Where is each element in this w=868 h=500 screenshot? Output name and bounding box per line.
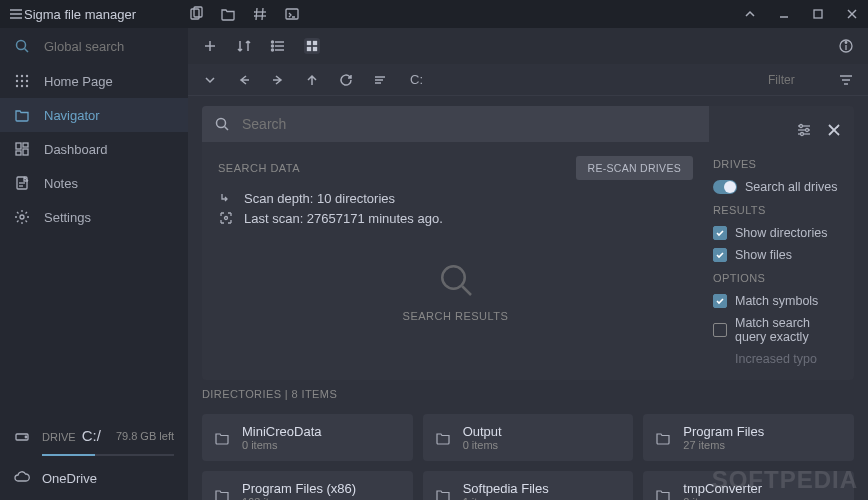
drives-section-title: DRIVES: [713, 158, 842, 170]
notes-icon: [14, 175, 30, 191]
list-view-icon[interactable]: [270, 38, 286, 54]
checkbox-show-files[interactable]: Show files: [713, 244, 842, 266]
search-overlay: SEARCH DATA RE-SCAN DRIVES Scan depth: 1…: [202, 106, 854, 380]
folder-icon: [435, 430, 451, 446]
directory-card[interactable]: Program Files27 items: [643, 414, 854, 461]
directory-card[interactable]: tmpConverter0 items: [643, 471, 854, 500]
directory-card[interactable]: Program Files (x86)163 items: [202, 471, 413, 500]
folder-icon: [435, 487, 451, 501]
close-overlay-icon[interactable]: [826, 122, 842, 138]
close-icon[interactable]: [844, 6, 860, 22]
search-results-title: SEARCH RESULTS: [218, 310, 693, 322]
option-increased-typo[interactable]: Increased typo: [713, 348, 842, 370]
sort-icon[interactable]: [236, 38, 252, 54]
depth-icon: [218, 190, 234, 206]
folder-icon: [14, 107, 30, 123]
directory-count: 27 items: [683, 439, 764, 451]
last-scan: Last scan: 27657171 minutes ago.: [244, 211, 443, 226]
filter-icon[interactable]: [838, 72, 854, 88]
svg-point-21: [26, 80, 28, 82]
rescan-button[interactable]: RE-SCAN DRIVES: [576, 156, 693, 180]
toggle-search-all-drives[interactable]: Search all drives: [713, 176, 842, 198]
checkbox-icon: [713, 226, 727, 240]
results-section-title: RESULTS: [713, 204, 842, 216]
chevron-up-icon[interactable]: [742, 6, 758, 22]
main-area: C: SEARCH DATA RE-SCAN DRIVES: [188, 28, 868, 500]
hash-icon[interactable]: [252, 6, 268, 22]
search-results-icon: [436, 260, 476, 300]
breadcrumb-path[interactable]: C:: [410, 72, 423, 87]
directory-card[interactable]: Output0 items: [423, 414, 634, 461]
checkbox-match-symbols[interactable]: Match symbols: [713, 290, 842, 312]
search-icon: [14, 38, 30, 54]
folder-icon[interactable]: [220, 6, 236, 22]
forward-icon[interactable]: [270, 72, 286, 88]
back-icon[interactable]: [236, 72, 252, 88]
drive-item-c[interactable]: DRIVE C:/ 79.8 GB left: [0, 421, 188, 450]
checkbox-match-exact[interactable]: Match search query exactly: [713, 312, 842, 348]
search-icon: [214, 116, 230, 132]
drive-usage-bar: [42, 454, 174, 456]
chevron-down-icon[interactable]: [202, 72, 218, 88]
svg-point-42: [272, 49, 274, 51]
tune-icon[interactable]: [796, 122, 812, 138]
svg-rect-44: [313, 41, 317, 45]
svg-point-40: [272, 41, 274, 43]
grid-view-icon[interactable]: [304, 38, 320, 54]
grid-icon: [14, 73, 30, 89]
refresh-icon[interactable]: [338, 72, 354, 88]
drive-free: 79.8 GB left: [116, 430, 174, 442]
overlay-search-input[interactable]: [242, 116, 697, 132]
svg-point-64: [800, 125, 803, 128]
up-icon[interactable]: [304, 72, 320, 88]
sidebar-item-home[interactable]: Home Page: [0, 64, 188, 98]
drive-name: OneDrive: [42, 471, 97, 486]
directory-name: Softpedia Files: [463, 481, 549, 496]
sidebar-item-label: Settings: [44, 210, 91, 225]
sidebar-item-settings[interactable]: Settings: [0, 200, 188, 234]
svg-point-59: [442, 266, 465, 289]
copy-icon[interactable]: [188, 6, 204, 22]
checkbox-icon: [713, 323, 727, 337]
sidebar-item-label: Notes: [44, 176, 78, 191]
svg-point-19: [16, 80, 18, 82]
sidebar-item-label: Home Page: [44, 74, 113, 89]
filter-input[interactable]: [768, 73, 828, 87]
svg-point-65: [806, 129, 809, 132]
svg-line-6: [262, 8, 263, 20]
search-data-title: SEARCH DATA: [218, 162, 300, 174]
dashboard-icon: [14, 141, 30, 157]
info-icon[interactable]: [838, 38, 854, 54]
directory-count: 0 items: [463, 439, 502, 451]
svg-point-23: [21, 85, 23, 87]
svg-point-22: [16, 85, 18, 87]
menu-lines-icon[interactable]: [372, 72, 388, 88]
sidebar-item-notes[interactable]: Notes: [0, 166, 188, 200]
folder-icon: [214, 430, 230, 446]
directory-count: 0 items: [242, 439, 321, 451]
plus-icon[interactable]: [202, 38, 218, 54]
sidebar-item-label: Navigator: [44, 108, 100, 123]
directory-card[interactable]: Softpedia Files1 items: [423, 471, 634, 500]
svg-rect-26: [23, 143, 28, 147]
terminal-icon[interactable]: [284, 6, 300, 22]
svg-rect-45: [307, 47, 311, 51]
svg-rect-25: [16, 143, 21, 149]
drive-icon: [14, 428, 30, 444]
directory-card[interactable]: MiniCreoData0 items: [202, 414, 413, 461]
minimize-icon[interactable]: [776, 6, 792, 22]
sidebar-item-navigator[interactable]: Navigator: [0, 98, 188, 132]
checkbox-show-directories[interactable]: Show directories: [713, 222, 842, 244]
sidebar-item-dashboard[interactable]: Dashboard: [0, 132, 188, 166]
maximize-icon[interactable]: [810, 6, 826, 22]
hamburger-icon[interactable]: [8, 6, 24, 22]
global-search-input[interactable]: [44, 39, 212, 54]
overlay-search-bar[interactable]: [202, 106, 709, 142]
global-search[interactable]: [0, 28, 188, 64]
svg-rect-27: [16, 151, 21, 155]
drive-item-onedrive[interactable]: OneDrive: [0, 464, 188, 492]
svg-line-5: [256, 8, 257, 20]
svg-point-58: [225, 217, 228, 220]
sidebar-item-label: Dashboard: [44, 142, 108, 157]
svg-point-17: [21, 75, 23, 77]
